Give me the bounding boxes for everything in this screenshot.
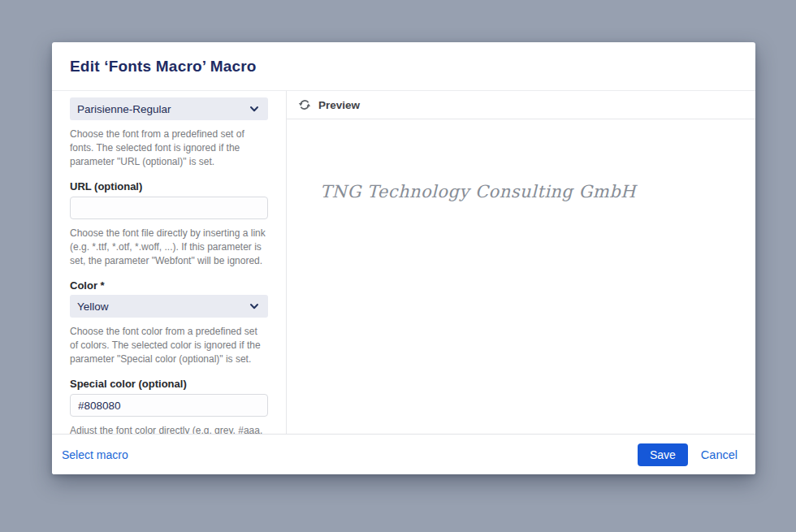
- font-select[interactable]: Parisienne-Regular: [70, 97, 268, 120]
- special-color-help-text: Adjust the font color directly (e.g. gre…: [70, 424, 268, 434]
- url-field-label: URL (optional): [70, 180, 268, 192]
- chevron-down-icon: [249, 301, 260, 312]
- preview-panel: Preview TNG Technology Consulting GmbH: [287, 91, 755, 434]
- preview-header: Preview: [287, 91, 755, 119]
- dialog-footer: Select macro Save Cancel: [52, 434, 755, 474]
- special-color-field-label: Special color (optional): [70, 378, 268, 390]
- color-help-text: Choose the font color from a predefined …: [70, 325, 268, 366]
- edit-macro-dialog: Edit ‘Fonts Macro’ Macro Parisienne-Regu…: [52, 42, 755, 474]
- color-select[interactable]: Yellow: [70, 295, 268, 318]
- preview-text: TNG Technology Consulting GmbH: [320, 182, 636, 201]
- dialog-header: Edit ‘Fonts Macro’ Macro: [52, 42, 755, 91]
- dialog-body: Parisienne-Regular Choose the font from …: [52, 91, 755, 434]
- preview-title: Preview: [318, 99, 360, 111]
- url-help-text: Choose the font file directly by inserti…: [70, 227, 268, 268]
- font-help-text: Choose the font from a predefined set of…: [70, 128, 268, 169]
- url-input[interactable]: [70, 197, 268, 219]
- color-select-value: Yellow: [77, 301, 109, 313]
- save-button[interactable]: Save: [638, 443, 688, 466]
- special-color-input[interactable]: [70, 394, 268, 417]
- preview-body: TNG Technology Consulting GmbH: [287, 119, 755, 434]
- refresh-icon[interactable]: [298, 98, 311, 111]
- dialog-title: Edit ‘Fonts Macro’ Macro: [70, 58, 257, 76]
- cancel-button[interactable]: Cancel: [701, 448, 738, 461]
- font-select-value: Parisienne-Regular: [77, 103, 171, 115]
- select-macro-link[interactable]: Select macro: [62, 448, 128, 461]
- color-field-label: Color *: [70, 279, 268, 292]
- chevron-down-icon: [249, 103, 260, 115]
- macro-parameters-panel: Parisienne-Regular Choose the font from …: [52, 91, 287, 434]
